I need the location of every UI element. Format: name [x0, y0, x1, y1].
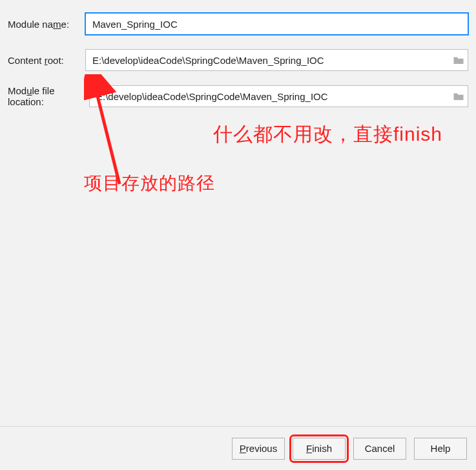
module-form: Module name: Content root: Module file l…: [0, 0, 476, 128]
previous-button[interactable]: Previous: [232, 438, 285, 460]
content-root-row: Content root:: [8, 49, 468, 71]
module-file-location-row: Module file location:: [8, 85, 468, 107]
content-root-label: Content root:: [8, 55, 85, 66]
wizard-button-bar: Previous Finish Cancel Help: [0, 426, 476, 470]
module-file-location-input-wrap: [89, 85, 468, 107]
annotation-path-hint: 项目存放的路径: [84, 171, 215, 196]
module-name-input-wrap: [85, 13, 468, 35]
module-file-location-label: Module file location:: [8, 85, 89, 107]
finish-button[interactable]: Finish: [293, 438, 346, 460]
module-name-row: Module name:: [8, 13, 468, 35]
content-root-input-wrap: [85, 49, 468, 71]
cancel-button[interactable]: Cancel: [353, 438, 406, 460]
module-file-location-input[interactable]: [90, 86, 450, 107]
help-button[interactable]: Help: [414, 438, 467, 460]
browse-folder-icon[interactable]: [450, 86, 468, 107]
browse-folder-icon[interactable]: [450, 50, 468, 70]
content-root-input[interactable]: [86, 50, 450, 70]
module-name-input[interactable]: [86, 14, 468, 34]
module-name-label: Module name:: [8, 19, 85, 30]
